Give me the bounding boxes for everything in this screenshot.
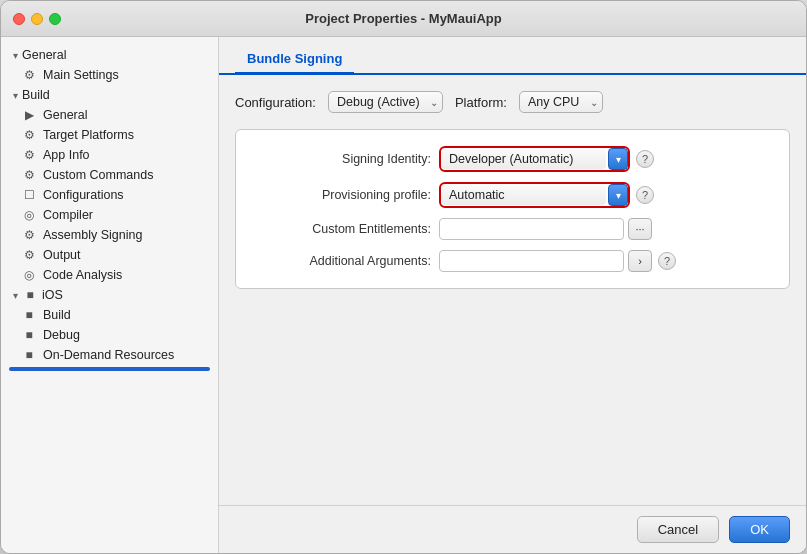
main-panel: Bundle Signing Configuration: Debug (Act… xyxy=(219,37,806,553)
window: Project Properties - MyMauiApp ▾ General… xyxy=(0,0,807,554)
sidebar-item-code-analysis[interactable]: ◎ Code Analysis xyxy=(1,265,218,285)
signing-identity-red-wrapper: Developer (Automatic) None ▾ xyxy=(439,146,630,172)
cancel-button[interactable]: Cancel xyxy=(637,516,719,543)
additional-arguments-row: Additional Arguments: › ? xyxy=(256,250,769,272)
additional-arguments-label: Additional Arguments: xyxy=(256,254,431,268)
sidebar-item-ios-debug[interactable]: ■ Debug xyxy=(1,325,218,345)
chevron-icon: ▾ xyxy=(13,90,18,101)
sidebar-item-assembly-signing[interactable]: ⚙ Assembly Signing xyxy=(1,225,218,245)
signing-identity-select[interactable]: Developer (Automatic) None xyxy=(441,149,606,169)
content-area: ▾ General ⚙ Main Settings ▾ Build ▶ Gene… xyxy=(1,37,806,553)
provisioning-profile-help-btn[interactable]: ? xyxy=(636,186,654,204)
sidebar-item-label: Compiler xyxy=(43,208,93,222)
config-row: Configuration: Debug (Active) Release ⌄ … xyxy=(235,91,790,113)
traffic-lights xyxy=(13,13,61,25)
sidebar-item-configurations[interactable]: ☐ Configurations xyxy=(1,185,218,205)
provisioning-profile-red-wrapper: Automatic None ▾ xyxy=(439,182,630,208)
config-select-wrapper: Debug (Active) Release ⌄ xyxy=(328,91,443,113)
tab-bundle-signing[interactable]: Bundle Signing xyxy=(235,45,354,75)
custom-entitlements-input[interactable] xyxy=(439,218,624,240)
sidebar-item-label: On-Demand Resources xyxy=(43,348,174,362)
tab-bar: Bundle Signing xyxy=(219,37,806,75)
sidebar-item-label: Code Analysis xyxy=(43,268,122,282)
gear-icon: ⚙ xyxy=(21,128,37,142)
sidebar-item-ios-header[interactable]: ▾ ■ iOS xyxy=(1,285,218,305)
chevron-right-icon: › xyxy=(638,255,642,267)
sidebar-item-main-settings[interactable]: ⚙ Main Settings xyxy=(1,65,218,85)
custom-entitlements-field-group: ··· xyxy=(439,218,652,240)
additional-arguments-field-group: › ? xyxy=(439,250,676,272)
sidebar-item-target-platforms[interactable]: ⚙ Target Platforms xyxy=(1,125,218,145)
square-icon: ■ xyxy=(21,308,37,322)
circle-dot-icon: ◎ xyxy=(21,268,37,282)
platform-label: Platform: xyxy=(455,95,507,110)
maximize-button[interactable] xyxy=(49,13,61,25)
provisioning-profile-label: Provisioning profile: xyxy=(256,188,431,202)
square-icon: ■ xyxy=(22,288,38,302)
sidebar-item-label: Assembly Signing xyxy=(43,228,142,242)
gear-icon: ⚙ xyxy=(21,228,37,242)
additional-arguments-expand-btn[interactable]: › xyxy=(628,250,652,272)
ok-button[interactable]: OK xyxy=(729,516,790,543)
titlebar: Project Properties - MyMauiApp xyxy=(1,1,806,37)
sidebar-item-label: iOS xyxy=(42,288,63,302)
sidebar-item-ios-on-demand[interactable]: ■ On-Demand Resources xyxy=(1,345,218,365)
custom-entitlements-row: Custom Entitlements: ··· xyxy=(256,218,769,240)
sidebar-item-general[interactable]: ▾ General xyxy=(1,45,218,65)
sidebar-item-output[interactable]: ⚙ Output xyxy=(1,245,218,265)
provisioning-profile-select[interactable]: Automatic None xyxy=(441,185,606,205)
gear-icon: ⚙ xyxy=(21,248,37,262)
sidebar-item-build-general[interactable]: ▶ General xyxy=(1,105,218,125)
signing-identity-help-btn[interactable]: ? xyxy=(636,150,654,168)
ios-scroll-indicator xyxy=(9,367,210,371)
chevron-icon: ▾ xyxy=(13,290,18,301)
sidebar-item-build-header[interactable]: ▾ Build xyxy=(1,85,218,105)
configuration-select[interactable]: Debug (Active) Release xyxy=(328,91,443,113)
dots-icon: ··· xyxy=(635,223,644,235)
sidebar-item-custom-commands[interactable]: ⚙ Custom Commands xyxy=(1,165,218,185)
custom-entitlements-label: Custom Entitlements: xyxy=(256,222,431,236)
sidebar-item-label: Target Platforms xyxy=(43,128,134,142)
sidebar: ▾ General ⚙ Main Settings ▾ Build ▶ Gene… xyxy=(1,37,219,553)
minimize-button[interactable] xyxy=(31,13,43,25)
sidebar-item-label: Main Settings xyxy=(43,68,119,82)
sidebar-item-label: General xyxy=(43,108,87,122)
signing-identity-row: Signing Identity: Developer (Automatic) … xyxy=(256,146,769,172)
gear-icon: ⚙ xyxy=(21,168,37,182)
sidebar-item-label: Build xyxy=(22,88,50,102)
window-title: Project Properties - MyMauiApp xyxy=(305,11,501,26)
sidebar-item-label: Output xyxy=(43,248,81,262)
sidebar-item-label: General xyxy=(22,48,66,62)
form-box: Signing Identity: Developer (Automatic) … xyxy=(235,129,790,289)
chevron-down-icon: ▾ xyxy=(616,190,621,201)
circle-icon: ◎ xyxy=(21,208,37,222)
platform-select-wrapper: Any CPU x64 ARM64 ⌄ xyxy=(519,91,603,113)
signing-identity-label: Signing Identity: xyxy=(256,152,431,166)
panel-content: Configuration: Debug (Active) Release ⌄ … xyxy=(219,75,806,505)
additional-arguments-help-btn[interactable]: ? xyxy=(658,252,676,270)
footer: Cancel OK xyxy=(219,505,806,553)
custom-entitlements-browse-btn[interactable]: ··· xyxy=(628,218,652,240)
close-button[interactable] xyxy=(13,13,25,25)
square-icon: ■ xyxy=(21,328,37,342)
arrow-icon: ▶ xyxy=(21,108,37,122)
gear-icon: ⚙ xyxy=(21,148,37,162)
chevron-icon: ▾ xyxy=(13,50,18,61)
gear-icon: ⚙ xyxy=(21,68,37,82)
sidebar-item-label: Configurations xyxy=(43,188,124,202)
sidebar-item-ios-build[interactable]: ■ Build xyxy=(1,305,218,325)
config-label: Configuration: xyxy=(235,95,316,110)
signing-identity-field-group: Developer (Automatic) None ▾ ? xyxy=(439,146,654,172)
platform-select[interactable]: Any CPU x64 ARM64 xyxy=(519,91,603,113)
provisioning-profile-dropdown-btn[interactable]: ▾ xyxy=(608,184,628,206)
signing-identity-dropdown-btn[interactable]: ▾ xyxy=(608,148,628,170)
sidebar-item-app-info[interactable]: ⚙ App Info xyxy=(1,145,218,165)
sidebar-item-label: App Info xyxy=(43,148,90,162)
chevron-down-icon: ▾ xyxy=(616,154,621,165)
sidebar-item-compiler[interactable]: ◎ Compiler xyxy=(1,205,218,225)
sidebar-item-label: Debug xyxy=(43,328,80,342)
provisioning-profile-field-group: Automatic None ▾ ? xyxy=(439,182,654,208)
additional-arguments-input[interactable] xyxy=(439,250,624,272)
sidebar-item-label: Custom Commands xyxy=(43,168,153,182)
provisioning-profile-row: Provisioning profile: Automatic None ▾ xyxy=(256,182,769,208)
